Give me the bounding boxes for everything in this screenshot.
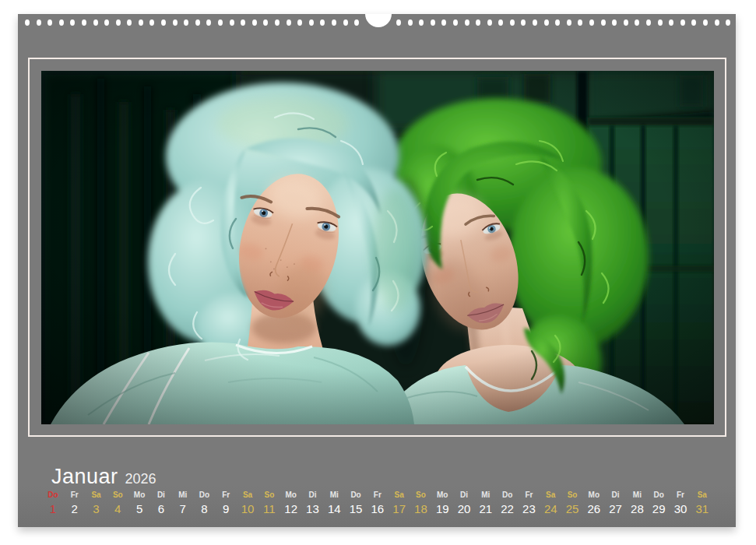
calendar-page: Januar2026 Do1Fr2Sa3So4Mo5Di6Mi7Do8Fr9Sa… — [18, 14, 736, 527]
day-number: 16 — [367, 502, 389, 516]
binding-hole — [82, 19, 86, 26]
weekday-abbr: Mi — [323, 490, 345, 500]
weekday-abbr: Fr — [64, 490, 86, 500]
calendar-day: Fr23 — [519, 490, 540, 516]
photo — [41, 71, 714, 424]
weekday-abbr: Do — [345, 490, 367, 500]
weekday-abbr: Do — [497, 490, 519, 500]
binding-hole — [726, 19, 730, 26]
calendar-day: So11 — [258, 490, 280, 516]
day-number: 15 — [345, 502, 367, 516]
day-number: 5 — [128, 502, 150, 516]
weekday-abbr: Mo — [583, 490, 605, 500]
day-number: 13 — [302, 502, 324, 516]
binding-hole — [195, 19, 200, 26]
day-number: 30 — [670, 502, 691, 516]
day-number: 23 — [519, 502, 540, 516]
binding-hole — [646, 19, 651, 26]
binding-hole — [116, 19, 121, 26]
calendar-day: So18 — [410, 490, 432, 516]
binding-hole — [555, 19, 560, 26]
weekday-abbr: Sa — [237, 490, 258, 500]
binding-hole — [589, 19, 594, 26]
day-number: 25 — [561, 502, 583, 516]
day-number: 9 — [215, 502, 237, 516]
day-number: 8 — [194, 502, 216, 516]
day-number: 29 — [648, 502, 670, 516]
binding-hole — [498, 19, 503, 26]
weekday-abbr: Do — [648, 490, 670, 500]
binding-hole — [230, 19, 234, 26]
calendar-day: Mi7 — [172, 490, 194, 516]
binding-hole — [241, 19, 245, 26]
day-number: 26 — [583, 502, 605, 516]
day-number: 24 — [540, 502, 561, 516]
calendar-day: Sa3 — [86, 490, 107, 516]
binding-hole — [624, 19, 628, 26]
binding-hole — [206, 19, 211, 26]
weekday-abbr: Mo — [431, 490, 453, 500]
binding-hole — [510, 19, 515, 26]
binding-hole — [544, 19, 549, 26]
binding-hole — [93, 19, 98, 26]
calendar-day: Sa31 — [691, 490, 713, 516]
day-number: 28 — [627, 502, 649, 516]
day-number: 14 — [323, 502, 345, 516]
weekday-abbr: Di — [150, 490, 172, 500]
day-number: 2 — [64, 502, 86, 516]
day-number: 3 — [86, 502, 107, 516]
day-number: 10 — [237, 502, 258, 516]
binding-hole — [309, 19, 314, 26]
binding-hole — [521, 19, 526, 26]
binding-hole — [669, 19, 673, 26]
weekday-abbr: So — [561, 490, 583, 500]
binding-hole — [184, 19, 188, 26]
binding-hole — [453, 19, 458, 26]
calendar-day: Mo12 — [280, 490, 302, 516]
binding-hole — [354, 19, 359, 26]
binding-hole — [658, 19, 663, 26]
date-row: Do1Fr2Sa3So4Mo5Di6Mi7Do8Fr9Sa10So11Mo12D… — [42, 490, 713, 516]
calendar-day: Fr16 — [367, 490, 389, 516]
weekday-abbr: So — [410, 490, 432, 500]
calendar-day: Do8 — [194, 490, 216, 516]
day-number: 1 — [42, 502, 64, 516]
binding-hole — [343, 19, 348, 26]
weekday-abbr: Mi — [172, 490, 194, 500]
calendar-day: Di13 — [302, 490, 324, 516]
weekday-abbr: Sa — [691, 490, 713, 500]
weekday-abbr: Sa — [540, 490, 561, 500]
binding-hole — [465, 19, 469, 26]
binding-hole — [487, 19, 492, 26]
binding-hole — [680, 19, 685, 26]
calendar-day: Do15 — [345, 490, 367, 516]
calendar-day: Sa24 — [540, 490, 561, 516]
binding-hole — [431, 19, 435, 26]
binding-hole — [218, 19, 223, 26]
binding-hole — [104, 19, 109, 26]
binding-hole — [70, 19, 75, 26]
calendar-day: Do22 — [497, 490, 519, 516]
binding-hole — [47, 19, 52, 26]
weekday-abbr: Fr — [519, 490, 540, 500]
calendar-day: Mo5 — [128, 490, 150, 516]
weekday-abbr: Di — [605, 490, 627, 500]
binding-hole — [263, 19, 268, 26]
weekday-abbr: Fr — [670, 490, 691, 500]
weekday-abbr: Di — [453, 490, 475, 500]
day-number: 12 — [280, 502, 302, 516]
year-label: 2026 — [125, 471, 156, 487]
calendar-day: Mo26 — [583, 490, 605, 516]
calendar-day: Sa10 — [237, 490, 258, 516]
month-title: Januar2026 — [51, 465, 156, 488]
day-number: 31 — [691, 502, 713, 516]
calendar-day: Mi28 — [627, 490, 649, 516]
calendar-day: Di20 — [453, 490, 475, 516]
weekday-abbr: So — [258, 490, 280, 500]
binding-hole — [476, 19, 480, 26]
calendar-day: Mi21 — [475, 490, 497, 516]
calendar-day: Fr2 — [64, 490, 86, 516]
weekday-abbr: Fr — [215, 490, 237, 500]
day-number: 18 — [410, 502, 432, 516]
day-number: 21 — [475, 502, 497, 516]
